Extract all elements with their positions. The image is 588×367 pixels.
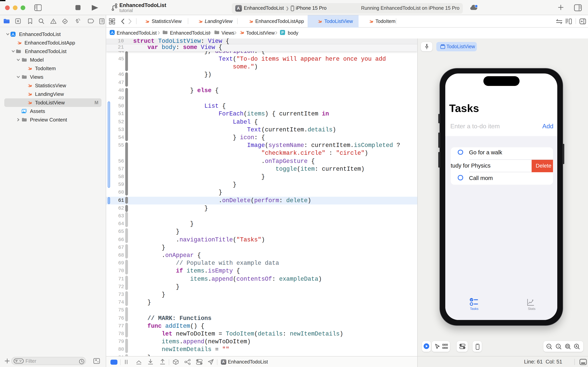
svg-text:1: 1 <box>557 344 559 348</box>
svg-text:P: P <box>281 30 284 34</box>
